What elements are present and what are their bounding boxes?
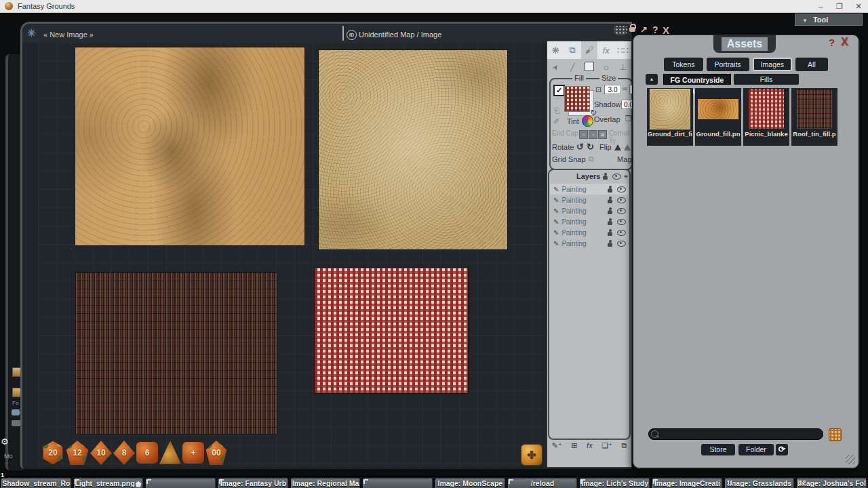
size-input[interactable] (604, 85, 621, 94)
layers-owner-icon[interactable] (602, 173, 608, 180)
store-button[interactable]: Store (701, 444, 735, 455)
layer-owner-icon[interactable] (607, 229, 613, 236)
d6-die[interactable]: 6 (136, 442, 158, 464)
breadcrumb-up-button[interactable]: ▲ (646, 74, 658, 85)
tab-all[interactable]: All (795, 58, 828, 71)
layer-owner-icon[interactable] (607, 207, 613, 214)
overlap-icon[interactable]: ❒ (625, 115, 632, 123)
taskbar-button[interactable] (146, 479, 216, 488)
asset-wheel-icon[interactable]: ❋ (547, 45, 564, 56)
layer-eye-icon[interactable] (617, 208, 626, 214)
duplicate-layer-icon[interactable]: ⧉ (621, 441, 627, 450)
lock-icon[interactable] (629, 27, 635, 32)
canvas-texture-ground-dirt[interactable] (75, 47, 304, 245)
minimize-button[interactable]: – (811, 0, 830, 12)
breadcrumb-folder[interactable]: Fills (734, 74, 799, 85)
tool-dropdown[interactable]: ▼Tool (795, 14, 863, 26)
add-paint-layer-icon[interactable]: ✎⁺ (552, 441, 562, 450)
canvas-texture-picnic-blanket[interactable] (315, 268, 468, 393)
assets-close-icon[interactable]: X (841, 36, 848, 48)
grid-snap-icon[interactable]: ⧉ (589, 155, 594, 163)
link-size-icon[interactable]: ∞ (623, 85, 627, 92)
pointer-tool-icon[interactable]: ➤ (548, 58, 564, 77)
taskbar-button[interactable]: /reload (508, 479, 578, 488)
taskbar-button[interactable]: 12Image: Joshua's Folly (797, 479, 867, 488)
layers-menu-icon[interactable]: ≡ (624, 173, 628, 180)
dice-badge-icon[interactable] (614, 26, 627, 35)
add-fx-layer-icon[interactable]: fx (587, 441, 593, 450)
breadcrumb-module[interactable]: FG Countryside Map Pa (663, 74, 731, 85)
dropper-icon[interactable]: ✐ (553, 117, 559, 126)
assets-help-icon[interactable]: ? (829, 37, 835, 48)
layer-row[interactable]: ✎ Painting (550, 238, 629, 249)
paintbrush-mode-icon[interactable]: 🖌︎ (581, 41, 598, 59)
maximize-button[interactable]: ❐ (830, 0, 849, 12)
close-button[interactable]: ✕ (849, 0, 868, 12)
grid-mode-icon[interactable]: ∷∷ (614, 45, 631, 56)
canvas-texture-roof-tin[interactable] (76, 272, 277, 434)
taskbar-button[interactable]: Light_stream.png (74, 479, 144, 488)
gear-icon[interactable]: ⚙ (1, 436, 9, 447)
assets-title-tab[interactable]: Assets (713, 35, 776, 53)
assets-search-input[interactable] (648, 428, 823, 440)
layer-row[interactable]: ✎ Painting (550, 195, 629, 205)
asset-flower-button[interactable]: ✤ (521, 444, 542, 466)
layer-row[interactable]: ✎ Painting (550, 205, 629, 216)
tab-images[interactable]: Images (753, 58, 792, 71)
flip-vertical-icon[interactable] (624, 144, 631, 150)
fx-mode-icon[interactable]: fx (597, 45, 614, 56)
tab-tokens[interactable]: Tokens (664, 58, 703, 71)
layer-eye-icon[interactable] (617, 197, 626, 203)
layer-owner-icon[interactable] (607, 186, 613, 192)
refresh-button[interactable]: ⟳ (776, 444, 788, 455)
layer-row[interactable]: ✎ Painting (550, 216, 629, 227)
rotate-ccw-icon[interactable]: ↺ (576, 142, 584, 152)
tab-portraits[interactable]: Portraits (707, 58, 749, 71)
fill-enabled-checkbox[interactable]: ✓ (553, 85, 565, 96)
flip-horizontal-icon[interactable] (614, 144, 621, 150)
folder-button[interactable]: Folder (738, 444, 774, 455)
layer-owner-icon[interactable] (607, 240, 613, 247)
layer-row[interactable]: ✎ Painting (550, 227, 629, 238)
taskbar-button[interactable] (363, 479, 433, 488)
taskbar-button[interactable]: 11Image: Grasslands (725, 479, 795, 488)
add-folder-icon[interactable]: ❏⁺ (601, 441, 612, 450)
window-close-star-icon[interactable]: ✳ (27, 27, 36, 39)
circle-tool-icon[interactable]: ○ (597, 62, 614, 73)
rotate-cw-icon[interactable]: ↻ (587, 142, 594, 152)
size-mode-icon[interactable]: ⊡ (595, 85, 601, 94)
taskbar-button[interactable]: Image: ImageCreati (652, 479, 722, 488)
asset-item[interactable]: Ground_fill.pn (695, 88, 741, 146)
asset-item[interactable]: Ground_dirt_fi (647, 88, 693, 146)
asset-item[interactable]: Roof_tin_fill.p (791, 88, 837, 146)
layer-owner-icon[interactable] (607, 197, 613, 203)
asset-item[interactable]: Picnic_blanke (743, 88, 789, 146)
taskbar-button[interactable]: Image: Fantasy Urb (218, 479, 288, 488)
taskbar-button[interactable]: Shadow_stream_Ro (1, 479, 71, 488)
layer-row[interactable]: ✎ Painting (550, 184, 629, 195)
layer-eye-icon[interactable] (617, 186, 626, 192)
image-tab-label[interactable]: Unidentified Map / Image (359, 30, 441, 39)
taskbar-button[interactable]: Image: Lich's Study (580, 479, 650, 488)
image-window-header[interactable] (22, 24, 632, 43)
layer-eye-icon[interactable] (617, 219, 626, 225)
taskbar-button[interactable]: Image: Regional Ma (291, 479, 361, 488)
layer-owner-icon[interactable] (607, 218, 613, 225)
canvas-texture-ground-fill[interactable] (319, 50, 507, 249)
rectangle-tool-icon[interactable] (581, 62, 598, 73)
line-tool-icon[interactable]: ╱ (564, 63, 581, 72)
import-icon[interactable]: ⎗ (554, 106, 560, 115)
modifier-die[interactable]: + (182, 442, 204, 464)
resize-grip[interactable] (846, 455, 855, 464)
popout-icon[interactable]: ↗ (640, 24, 648, 35)
stamp-tool-icon[interactable]: ⊥ (614, 63, 631, 72)
end-cap-button-2[interactable]: ◖ (589, 130, 597, 139)
layers-visibility-icon[interactable] (612, 174, 621, 180)
end-cap-button-3[interactable]: ▣ (598, 130, 607, 139)
end-cap-button-1[interactable]: ≡ (579, 130, 588, 139)
layers-mode-icon[interactable]: ⧉ (564, 45, 581, 56)
taskbar-button[interactable]: Image: MoonScape (435, 479, 505, 488)
layer-eye-icon[interactable] (617, 241, 626, 247)
tint-color-wheel[interactable] (582, 115, 593, 127)
map-canvas[interactable] (38, 43, 545, 468)
